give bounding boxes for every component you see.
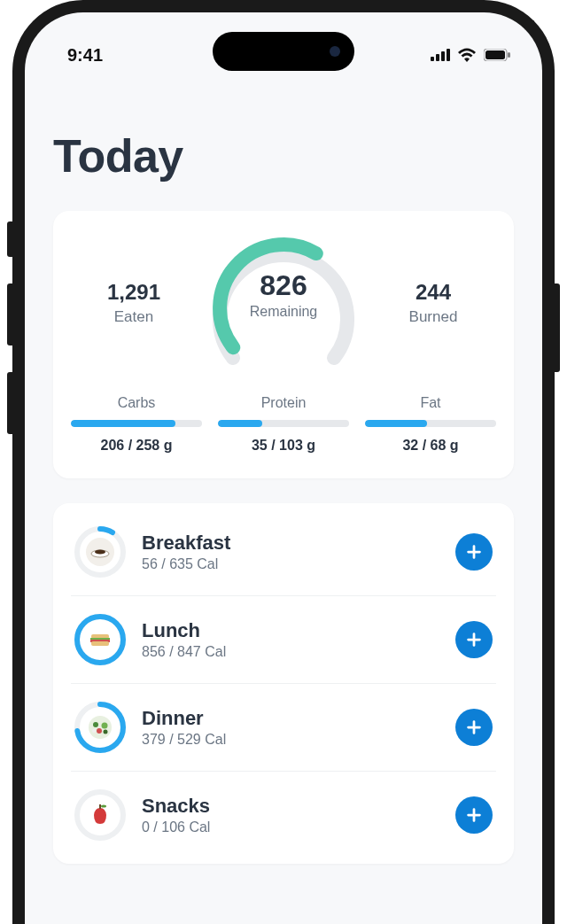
macro-protein: Protein 35 / 103 g [218, 395, 349, 454]
meal-name: Dinner [142, 707, 439, 730]
meals-card: Breakfast 56 / 635 Cal Lunch 856 / 847 C… [53, 503, 514, 864]
add-breakfast-button[interactable] [455, 533, 493, 571]
plus-icon [464, 630, 484, 649]
macro-fat: Fat 32 / 68 g [365, 395, 496, 454]
meal-progress-icon [74, 614, 126, 665]
meal-row-dinner[interactable]: Dinner 379 / 529 Cal [71, 684, 496, 772]
macro-bar [218, 420, 349, 427]
add-snacks-button[interactable] [455, 796, 493, 834]
battery-icon [484, 49, 510, 61]
svg-rect-3 [447, 49, 450, 61]
phone-frame: 9:41 Today 1,291 Eaten 826 [12, 0, 555, 924]
svg-point-25 [97, 728, 102, 734]
meal-progress-icon [74, 789, 126, 841]
add-lunch-button[interactable] [455, 621, 493, 658]
coffee-icon [82, 534, 118, 570]
meal-name: Breakfast [142, 532, 439, 555]
svg-rect-6 [508, 52, 510, 58]
meal-progress-icon [74, 526, 126, 578]
plus-icon [464, 718, 484, 737]
meal-progress-icon [74, 702, 126, 753]
meal-name: Lunch [142, 619, 439, 642]
sandwich-icon [82, 622, 118, 657]
svg-point-27 [92, 729, 96, 733]
svg-rect-1 [436, 54, 439, 61]
svg-rect-31 [99, 804, 101, 809]
svg-point-11 [95, 550, 105, 555]
burned-value: 244 [370, 280, 496, 305]
remaining-gauge: 826 Remaining [204, 232, 363, 374]
dynamic-island [213, 32, 354, 71]
svg-rect-0 [431, 57, 434, 61]
macro-values: 206 / 258 g [71, 438, 202, 454]
burned-label: Burned [370, 308, 496, 326]
apple-icon [82, 797, 118, 833]
svg-point-22 [89, 716, 112, 739]
meal-calories: 856 / 847 Cal [142, 644, 439, 660]
svg-rect-18 [91, 641, 109, 646]
meal-calories: 0 / 106 Cal [142, 819, 439, 835]
salad-icon [82, 710, 118, 745]
macro-values: 32 / 68 g [365, 438, 496, 454]
meal-calories: 56 / 635 Cal [142, 556, 439, 572]
meal-name: Snacks [142, 795, 439, 818]
svg-point-23 [93, 722, 98, 727]
macro-carbs: Carbs 206 / 258 g [71, 395, 202, 454]
plus-icon [464, 542, 484, 562]
macro-values: 35 / 103 g [218, 438, 349, 454]
eaten-value: 1,291 [71, 280, 197, 305]
macro-name: Carbs [71, 395, 202, 411]
remaining-value: 826 [204, 269, 363, 302]
macro-name: Protein [218, 395, 349, 411]
macro-bar [365, 420, 496, 427]
macro-bar [71, 420, 202, 427]
wifi-icon [457, 48, 477, 62]
macro-name: Fat [365, 395, 496, 411]
page-title: Today [53, 129, 514, 182]
meal-calories: 379 / 529 Cal [142, 732, 439, 748]
summary-card: 1,291 Eaten 826 Remaining 244 Burned [53, 211, 514, 478]
meal-row-breakfast[interactable]: Breakfast 56 / 635 Cal [71, 509, 496, 596]
burned-stat: 244 Burned [370, 280, 496, 326]
cellular-icon [431, 49, 450, 61]
svg-rect-2 [441, 51, 445, 61]
eaten-stat: 1,291 Eaten [71, 280, 197, 326]
svg-point-26 [104, 730, 108, 734]
meal-row-snacks[interactable]: Snacks 0 / 106 Cal [71, 772, 496, 858]
meal-row-lunch[interactable]: Lunch 856 / 847 Cal [71, 596, 496, 684]
svg-point-24 [102, 723, 108, 729]
eaten-label: Eaten [71, 308, 197, 326]
svg-point-32 [101, 805, 106, 808]
add-dinner-button[interactable] [455, 709, 493, 746]
svg-rect-5 [485, 50, 505, 59]
plus-icon [464, 805, 484, 825]
status-time: 9:41 [67, 45, 103, 66]
remaining-label: Remaining [204, 304, 363, 320]
